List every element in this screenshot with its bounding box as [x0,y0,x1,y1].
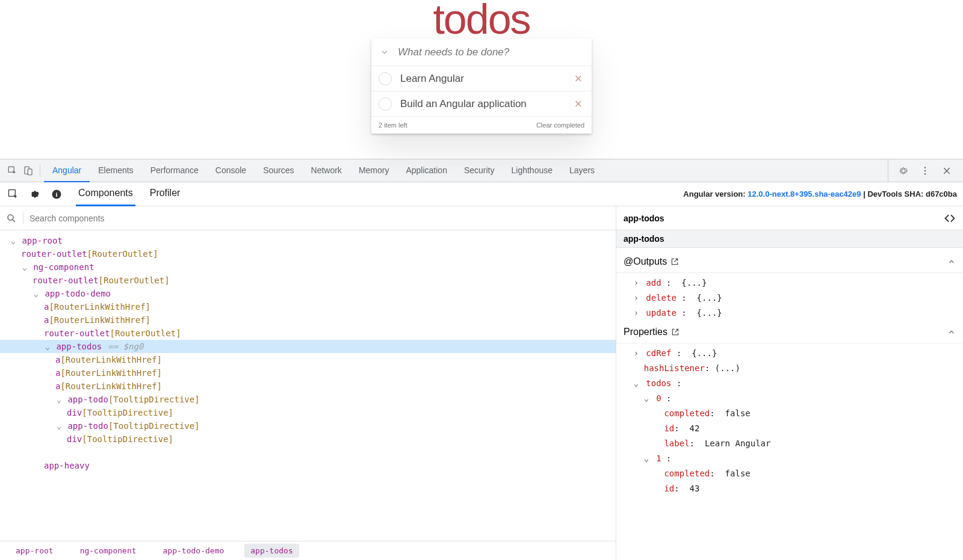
property-row[interactable]: ⌄ todos : [616,376,963,391]
pick-component-icon[interactable] [6,187,20,202]
new-todo-input[interactable] [391,42,584,63]
devtools-tab-angular[interactable]: Angular [44,159,90,182]
devtools-tab-lighthouse[interactable]: Lighthouse [503,159,562,182]
tree-row[interactable]: ⌄ ng-component [0,260,616,274]
search-input[interactable] [29,214,610,223]
breadcrumb-segment[interactable]: ng-component [74,544,143,558]
device-toggle-icon[interactable] [20,163,36,179]
new-todo-row [371,38,592,66]
devtools-tab-layers[interactable]: Layers [561,159,603,182]
property-row[interactable]: › add : {...} [616,275,963,291]
angular-version: Angular version: 12.0.0-next.8+395.sha-e… [683,189,957,198]
devtools-tab-console[interactable]: Console [207,159,255,182]
chevron-down-icon[interactable]: ⌄ [44,340,51,353]
property-row[interactable]: completed: false [616,406,963,421]
inspect-element-icon[interactable] [5,163,20,179]
devtools-tab-sources[interactable]: Sources [255,159,302,182]
property-row[interactable]: completed: false [616,466,963,481]
devtools-tab-performance[interactable]: Performance [142,159,207,182]
property-row[interactable]: ⌄ 0 : [616,391,963,406]
chevron-down-icon[interactable]: ⌄ [634,376,641,391]
chevron-down-icon[interactable]: ⌄ [55,419,63,432]
todo-footer: 2 item left Clear completed [371,117,592,134]
chevron-down-icon[interactable]: ⌄ [644,391,651,406]
tree-row[interactable]: ⌄ app-root [0,234,616,247]
angular-panels: ⌄ app-rootrouter-outlet[RouterOutlet]⌄ n… [0,206,963,560]
tree-row[interactable]: ⌄ app-todo-demo [0,287,616,300]
tree-row[interactable]: app-heavy [0,459,616,472]
tree-row[interactable]: router-outlet[RouterOutlet] [0,274,616,287]
properties-subheader: app-todos [616,230,963,248]
more-vertical-icon[interactable] [917,163,933,179]
devtools-tab-application[interactable]: Application [397,159,456,182]
tree-row[interactable]: a[RouterLinkWithHref] [0,353,616,366]
info-icon[interactable]: i [49,187,64,202]
devtools-tab-elements[interactable]: Elements [90,159,141,182]
settings-gear-icon[interactable] [28,187,42,202]
view-source-icon[interactable] [944,212,956,224]
svg-point-9 [8,215,13,220]
todo-label: Learn Angular [400,73,572,85]
todo-list: Learn Angular × Build an Angular applica… [371,66,592,117]
property-row[interactable]: › cdRef : {...} [616,346,963,361]
chevron-right-icon[interactable]: › [634,291,641,306]
property-row[interactable]: id: 42 [616,421,963,436]
chevron-down-icon[interactable]: ⌄ [644,451,651,466]
tree-row[interactable] [0,446,616,459]
close-icon[interactable] [939,163,955,179]
tree-row[interactable]: div[TooltipDirective] [0,406,616,419]
todo-label: Build an Angular application [400,98,572,110]
chevron-down-icon[interactable]: ⌄ [33,287,40,300]
todo-checkbox[interactable] [379,72,392,85]
tree-row[interactable]: ⌄ app-todos== $ng0 [0,340,616,353]
tree-row[interactable]: a[RouterLinkWithHref] [0,366,616,380]
tree-row[interactable]: div[TooltipDirective] [0,432,616,446]
devtools-tab-security[interactable]: Security [456,159,503,182]
tree-row[interactable]: a[RouterLinkWithHref] [0,380,616,393]
tree-row[interactable]: router-outlet[RouterOutlet] [0,247,616,260]
devtools-tab-network[interactable]: Network [303,159,350,182]
chevron-down-icon[interactable]: ⌄ [10,234,17,247]
devtools-tab-memory[interactable]: Memory [350,159,398,182]
ng-subtab-components[interactable]: Components [76,182,135,206]
chevron-up-icon[interactable] [947,328,956,336]
chevron-right-icon[interactable]: › [634,275,641,291]
chevron-right-icon[interactable]: › [634,306,641,321]
open-external-icon[interactable] [671,328,680,336]
tree-row[interactable]: router-outlet[RouterOutlet] [0,327,616,340]
toggle-all-icon[interactable] [379,46,391,58]
chevron-right-icon[interactable]: › [634,346,641,361]
todo-checkbox[interactable] [379,97,392,111]
property-row[interactable]: › delete : {...} [616,291,963,306]
clear-completed-button[interactable]: Clear completed [536,122,584,129]
section-title: @Outputs [616,250,963,273]
card-stack-effect [374,134,589,137]
svg-point-4 [924,170,926,171]
gear-icon[interactable] [896,163,911,179]
chevron-up-icon[interactable] [947,257,956,266]
open-external-icon[interactable] [670,257,679,266]
tree-row[interactable]: ⌄ app-todo[TooltipDirective] [0,393,616,406]
ng-subtab-profiler[interactable]: Profiler [147,182,183,206]
properties-body[interactable]: @Outputs › add : {...} › delete : {...} … [616,248,963,560]
svg-point-5 [924,173,926,174]
property-row[interactable]: label: Learn Angular [616,436,963,451]
property-row[interactable]: hashListener: (...) [616,361,963,376]
breadcrumb-segment[interactable]: app-todos [244,544,299,558]
todo-app: todos Learn Angular × Build an Angular a… [0,0,963,159]
tree-row[interactable]: a[RouterLinkWithHref] [0,313,616,327]
property-row[interactable]: id: 43 [616,481,963,496]
tree-row[interactable]: ⌄ app-todo[TooltipDirective] [0,419,616,432]
breadcrumb-segment[interactable]: app-root [10,544,60,558]
chevron-down-icon[interactable]: ⌄ [21,260,28,274]
property-row[interactable]: ⌄ 1 : [616,451,963,466]
component-tree[interactable]: ⌄ app-rootrouter-outlet[RouterOutlet]⌄ n… [0,230,616,541]
chevron-down-icon[interactable]: ⌄ [55,393,63,406]
todo-destroy-icon[interactable]: × [572,98,584,110]
version-link[interactable]: 12.0.0-next.8+395.sha-eac42e9 [748,189,861,198]
tree-row[interactable]: a[RouterLinkWithHref] [0,300,616,313]
property-row[interactable]: › update : {...} [616,306,963,321]
todo-destroy-icon[interactable]: × [572,73,584,85]
todoapp-card: Learn Angular × Build an Angular applica… [371,38,592,134]
breadcrumb-segment[interactable]: app-todo-demo [157,544,231,558]
